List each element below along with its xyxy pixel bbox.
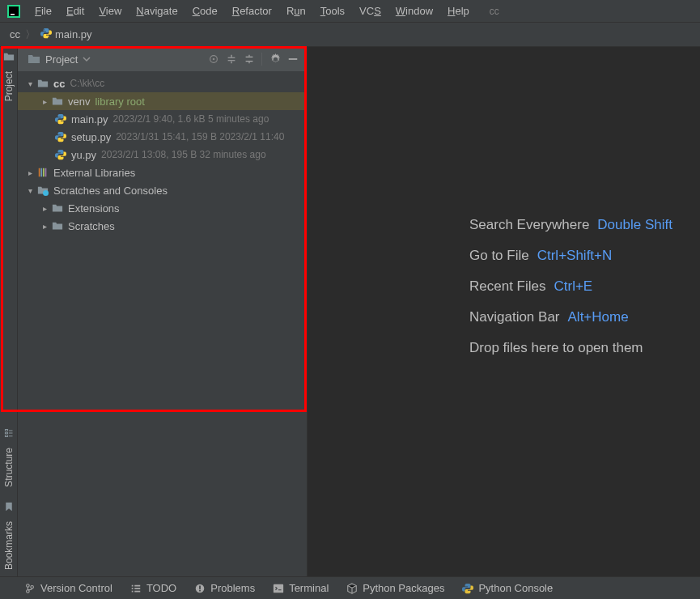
chevron-right-icon[interactable]: ▸ [39, 204, 50, 213]
svg-rect-7 [39, 168, 40, 177]
expand-all-icon[interactable] [223, 50, 240, 68]
bottom-todo[interactable]: TODO [130, 582, 176, 594]
menu-code[interactable]: Code [185, 0, 225, 23]
project-tab-icon[interactable] [2, 50, 15, 63]
bottom-tool-bar: Version Control TODO Problems Terminal P… [0, 576, 700, 599]
editor-area[interactable]: Search Everywhere Double Shift Go to Fil… [308, 47, 700, 576]
branch-icon [24, 583, 36, 594]
tree-file-setup[interactable]: setup.py 2023/1/31 15:41, 159 B 2023/2/1… [18, 128, 307, 146]
libraries-icon [36, 167, 50, 178]
left-tool-gutter: Project Structure Bookmarks [0, 47, 18, 576]
menu-window[interactable]: Window [388, 0, 440, 23]
menu-edit[interactable]: Edit [59, 0, 91, 23]
tree-file-yu[interactable]: yu.py 2023/2/1 13:08, 195 B 32 minutes a… [18, 146, 307, 164]
folder-icon [50, 96, 65, 107]
tip-search-everywhere: Search Everywhere Double Shift [469, 217, 700, 233]
structure-tab-icon[interactable] [2, 427, 15, 440]
folder-icon [50, 202, 65, 214]
menu-navigate[interactable]: Navigate [129, 0, 185, 23]
python-file-icon [53, 113, 68, 125]
warning-icon [194, 583, 206, 594]
tip-navigation-bar: Navigation Bar Alt+Home [469, 309, 700, 325]
python-file-icon [40, 28, 52, 41]
tree-venv[interactable]: ▸ venv library root [18, 92, 307, 110]
gear-icon[interactable] [266, 50, 284, 68]
bottom-pypkg-label: Python Packages [363, 582, 444, 594]
menu-refactor[interactable]: Refactor [225, 0, 279, 23]
breadcrumb-root[interactable]: cc [10, 28, 20, 40]
svg-point-11 [43, 190, 49, 196]
tree-venv-tag: library root [95, 96, 144, 108]
tool-window-title-label: Project [45, 53, 78, 66]
file-name: main.py [71, 113, 108, 125]
chevron-down-icon[interactable]: ▾ [24, 186, 36, 195]
app-icon [6, 4, 21, 19]
editor-tips: Search Everywhere Double Shift Go to Fil… [469, 217, 700, 356]
folder-icon [28, 53, 40, 66]
tree-root[interactable]: ▾ cc C:\kk\cc [18, 74, 307, 92]
gutter-tab-project[interactable]: Project [2, 65, 16, 108]
bookmarks-tab-icon[interactable] [2, 500, 15, 513]
python-icon [462, 583, 473, 594]
tree-scratches-folder[interactable]: ▸ Scratches [18, 217, 307, 235]
scratches-icon [36, 185, 50, 196]
svg-rect-10 [45, 168, 47, 177]
chevron-right-icon[interactable]: ▸ [39, 97, 50, 106]
tip-drop-files: Drop files here to open them [469, 340, 700, 356]
tip-recent-files: Recent Files Ctrl+E [469, 278, 700, 295]
bottom-pycon-label: Python Console [478, 582, 553, 594]
bottom-problems[interactable]: Problems [194, 582, 255, 594]
tree-root-path: C:\kk\cc [70, 78, 104, 89]
tool-window-header: Project [18, 47, 307, 71]
terminal-icon [273, 583, 284, 594]
gutter-tab-bookmarks[interactable]: Bookmarks [2, 515, 16, 576]
bottom-terminal-label: Terminal [289, 582, 329, 594]
chevron-down-icon[interactable]: ▾ [24, 79, 36, 88]
svg-rect-8 [40, 168, 42, 177]
project-tree: ▾ cc C:\kk\cc ▸ venv library root main.p… [18, 71, 307, 238]
tree-venv-name: venv [68, 96, 90, 108]
tree-item-label: Scratches [68, 220, 115, 232]
file-meta: 2023/2/1 9:40, 1.6 kB 5 minutes ago [113, 113, 269, 125]
tree-scratches[interactable]: ▾ Scratches and Consoles [18, 181, 307, 199]
menu-file[interactable]: File [28, 0, 59, 23]
hide-icon[interactable] [284, 50, 302, 68]
breadcrumb-separator: 〉 [25, 28, 36, 42]
collapse-all-icon[interactable] [240, 50, 258, 68]
folder-icon [50, 220, 65, 232]
svg-rect-2 [11, 14, 15, 15]
breadcrumb-file-label: main.py [55, 28, 92, 40]
file-meta: 2023/1/31 15:41, 159 B 2023/2/1 11:40 [116, 131, 284, 142]
menu-run[interactable]: Run [279, 0, 313, 23]
svg-rect-6 [289, 58, 298, 60]
bottom-python-packages[interactable]: Python Packages [346, 582, 444, 594]
python-file-icon [53, 149, 68, 160]
breadcrumb-file[interactable]: main.py [40, 28, 92, 41]
bottom-python-console[interactable]: Python Console [462, 582, 553, 594]
menu-help[interactable]: Help [440, 0, 477, 23]
svg-rect-9 [43, 168, 45, 177]
tree-root-name: cc [53, 78, 65, 90]
locate-icon[interactable] [205, 50, 223, 68]
tree-external-libraries[interactable]: ▸ External Libraries [18, 164, 307, 181]
bottom-problems-label: Problems [210, 582, 255, 594]
file-name: setup.py [71, 131, 111, 143]
package-icon [346, 583, 358, 594]
menu-view[interactable]: View [91, 0, 129, 23]
tree-extensions[interactable]: ▸ Extensions [18, 199, 307, 217]
menu-vcs[interactable]: VCS [352, 0, 388, 23]
tree-scratches-label: Scratches and Consoles [53, 185, 168, 197]
bottom-terminal[interactable]: Terminal [273, 582, 329, 594]
tree-file-main[interactable]: main.py 2023/2/1 9:40, 1.6 kB 5 minutes … [18, 110, 307, 128]
title-project-name: cc [490, 6, 499, 17]
chevron-right-icon[interactable]: ▸ [24, 168, 36, 177]
svg-rect-15 [274, 584, 283, 593]
menu-tools[interactable]: Tools [313, 0, 352, 23]
list-icon [130, 583, 142, 594]
bottom-vcs[interactable]: Version Control [24, 582, 112, 594]
chevron-right-icon[interactable]: ▸ [39, 222, 50, 231]
tip-go-to-file: Go to File Ctrl+Shift+N [469, 248, 700, 264]
tool-window-title[interactable]: Project [28, 53, 91, 66]
tree-item-label: Extensions [68, 202, 120, 215]
gutter-tab-structure[interactable]: Structure [2, 441, 16, 494]
